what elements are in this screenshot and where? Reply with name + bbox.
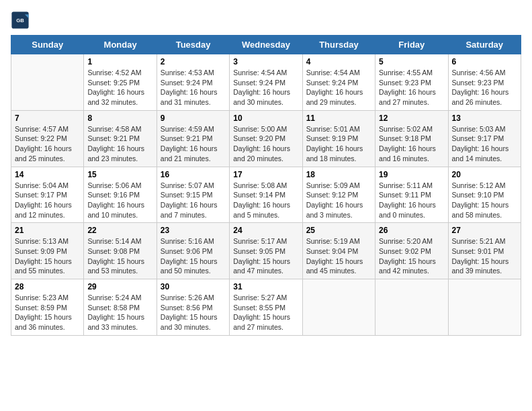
date-number: 3 (233, 57, 298, 66)
date-number: 21 (15, 226, 80, 235)
date-number: 9 (161, 113, 226, 123)
day-info: Sunrise: 5:00 AMSunset: 9:20 PMDaylight:… (233, 124, 298, 164)
date-number: 11 (306, 113, 371, 123)
calendar-week-5: 28 Sunrise: 5:23 AMSunset: 8:59 PMDaylig… (11, 279, 521, 336)
day-info: Sunrise: 4:56 AMSunset: 9:23 PMDaylight:… (452, 68, 517, 107)
date-number: 12 (379, 113, 444, 123)
date-number: 7 (15, 113, 80, 123)
column-header-wednesday: Wednesday (230, 36, 302, 54)
date-number: 17 (233, 170, 298, 179)
column-header-tuesday: Tuesday (157, 36, 229, 54)
calendar-day: 25 Sunrise: 5:19 AMSunset: 9:04 PMDaylig… (302, 223, 375, 279)
day-info: Sunrise: 4:59 AMSunset: 9:21 PMDaylight:… (161, 124, 226, 164)
day-info: Sunrise: 5:12 AMSunset: 9:10 PMDaylight:… (452, 181, 517, 220)
day-info: Sunrise: 5:24 AMSunset: 8:58 PMDaylight:… (87, 293, 152, 332)
date-number: 26 (379, 226, 444, 235)
calendar-day: 3 Sunrise: 4:54 AMSunset: 9:24 PMDayligh… (230, 54, 302, 111)
calendar-day: 19 Sunrise: 5:11 AMSunset: 9:11 PMDaylig… (375, 167, 448, 223)
calendar-table: SundayMondayTuesdayWednesdayThursdayFrid… (11, 35, 521, 336)
day-info: Sunrise: 5:13 AMSunset: 9:09 PMDaylight:… (15, 236, 80, 276)
column-header-thursday: Thursday (302, 36, 375, 54)
calendar-week-3: 14 Sunrise: 5:04 AMSunset: 9:17 PMDaylig… (11, 167, 521, 223)
day-info: Sunrise: 5:09 AMSunset: 9:12 PMDaylight:… (306, 181, 371, 220)
svg-text:GB: GB (16, 17, 24, 24)
day-info: Sunrise: 5:21 AMSunset: 9:01 PMDaylight:… (452, 236, 517, 276)
date-number: 28 (15, 282, 80, 291)
calendar-day (302, 279, 375, 336)
calendar-day: 27 Sunrise: 5:21 AMSunset: 9:01 PMDaylig… (448, 223, 521, 279)
calendar-day: 17 Sunrise: 5:08 AMSunset: 9:14 PMDaylig… (230, 167, 302, 223)
calendar-day: 6 Sunrise: 4:56 AMSunset: 9:23 PMDayligh… (448, 54, 521, 111)
calendar-day: 1 Sunrise: 4:52 AMSunset: 9:25 PMDayligh… (84, 54, 157, 111)
day-info: Sunrise: 4:58 AMSunset: 9:21 PMDaylight:… (87, 124, 152, 164)
date-number: 1 (87, 57, 152, 66)
day-info: Sunrise: 5:20 AMSunset: 9:02 PMDaylight:… (379, 236, 444, 276)
calendar-day: 31 Sunrise: 5:27 AMSunset: 8:55 PMDaylig… (230, 279, 302, 336)
date-number: 14 (15, 170, 80, 179)
date-number: 4 (306, 57, 371, 66)
date-number: 27 (452, 226, 517, 235)
calendar-day: 20 Sunrise: 5:12 AMSunset: 9:10 PMDaylig… (448, 167, 521, 223)
calendar-day: 12 Sunrise: 5:02 AMSunset: 9:18 PMDaylig… (375, 110, 448, 167)
calendar-day (11, 54, 84, 111)
day-info: Sunrise: 5:02 AMSunset: 9:18 PMDaylight:… (379, 124, 444, 164)
date-number: 15 (87, 170, 152, 179)
column-header-saturday: Saturday (448, 36, 521, 54)
day-info: Sunrise: 5:04 AMSunset: 9:17 PMDaylight:… (15, 181, 80, 220)
day-info: Sunrise: 5:03 AMSunset: 9:17 PMDaylight:… (452, 124, 517, 164)
day-info: Sunrise: 4:55 AMSunset: 9:23 PMDaylight:… (379, 68, 444, 107)
date-number: 29 (87, 282, 152, 291)
day-info: Sunrise: 4:54 AMSunset: 9:24 PMDaylight:… (233, 68, 298, 107)
calendar-day: 23 Sunrise: 5:16 AMSunset: 9:06 PMDaylig… (157, 223, 229, 279)
day-info: Sunrise: 5:14 AMSunset: 9:08 PMDaylight:… (87, 236, 152, 276)
calendar-week-1: 1 Sunrise: 4:52 AMSunset: 9:25 PMDayligh… (11, 54, 521, 111)
date-number: 20 (452, 170, 517, 179)
date-number: 13 (452, 113, 517, 123)
logo-icon: GB (11, 11, 30, 30)
calendar-day: 16 Sunrise: 5:07 AMSunset: 9:15 PMDaylig… (157, 167, 229, 223)
day-info: Sunrise: 5:01 AMSunset: 9:19 PMDaylight:… (306, 124, 371, 164)
calendar-day: 22 Sunrise: 5:14 AMSunset: 9:08 PMDaylig… (84, 223, 157, 279)
logo: GB (11, 11, 32, 30)
calendar-day: 8 Sunrise: 4:58 AMSunset: 9:21 PMDayligh… (84, 110, 157, 167)
date-number: 18 (306, 170, 371, 179)
calendar-day: 9 Sunrise: 4:59 AMSunset: 9:21 PMDayligh… (157, 110, 229, 167)
calendar-day: 18 Sunrise: 5:09 AMSunset: 9:12 PMDaylig… (302, 167, 375, 223)
calendar-body: 1 Sunrise: 4:52 AMSunset: 9:25 PMDayligh… (11, 54, 521, 336)
page-header: GB (11, 11, 521, 30)
day-info: Sunrise: 5:11 AMSunset: 9:11 PMDaylight:… (379, 181, 444, 220)
calendar-day: 30 Sunrise: 5:26 AMSunset: 8:56 PMDaylig… (157, 279, 229, 336)
day-info: Sunrise: 5:07 AMSunset: 9:15 PMDaylight:… (161, 181, 226, 220)
date-number: 19 (379, 170, 444, 179)
date-number: 16 (161, 170, 226, 179)
calendar-day (375, 279, 448, 336)
day-info: Sunrise: 5:27 AMSunset: 8:55 PMDaylight:… (233, 293, 298, 332)
date-number: 25 (306, 226, 371, 235)
date-number: 23 (161, 226, 226, 235)
date-number: 2 (161, 57, 226, 66)
calendar-day: 24 Sunrise: 5:17 AMSunset: 9:05 PMDaylig… (230, 223, 302, 279)
calendar-day: 14 Sunrise: 5:04 AMSunset: 9:17 PMDaylig… (11, 167, 84, 223)
calendar-day (448, 279, 521, 336)
calendar-header-row: SundayMondayTuesdayWednesdayThursdayFrid… (11, 36, 521, 54)
calendar-day: 4 Sunrise: 4:54 AMSunset: 9:24 PMDayligh… (302, 54, 375, 111)
day-info: Sunrise: 4:52 AMSunset: 9:25 PMDaylight:… (87, 68, 152, 107)
column-header-sunday: Sunday (11, 36, 84, 54)
day-info: Sunrise: 5:26 AMSunset: 8:56 PMDaylight:… (161, 293, 226, 332)
calendar-day: 13 Sunrise: 5:03 AMSunset: 9:17 PMDaylig… (448, 110, 521, 167)
calendar-week-4: 21 Sunrise: 5:13 AMSunset: 9:09 PMDaylig… (11, 223, 521, 279)
day-info: Sunrise: 5:08 AMSunset: 9:14 PMDaylight:… (233, 181, 298, 220)
day-info: Sunrise: 5:19 AMSunset: 9:04 PMDaylight:… (306, 236, 371, 276)
date-number: 5 (379, 57, 444, 66)
date-number: 10 (233, 113, 298, 123)
column-header-monday: Monday (84, 36, 157, 54)
date-number: 6 (452, 57, 517, 66)
calendar-day: 15 Sunrise: 5:06 AMSunset: 9:16 PMDaylig… (84, 167, 157, 223)
day-info: Sunrise: 4:53 AMSunset: 9:24 PMDaylight:… (161, 68, 226, 107)
day-info: Sunrise: 5:17 AMSunset: 9:05 PMDaylight:… (233, 236, 298, 276)
day-info: Sunrise: 4:54 AMSunset: 9:24 PMDaylight:… (306, 68, 371, 107)
calendar-day: 10 Sunrise: 5:00 AMSunset: 9:20 PMDaylig… (230, 110, 302, 167)
date-number: 30 (161, 282, 226, 291)
calendar-day: 5 Sunrise: 4:55 AMSunset: 9:23 PMDayligh… (375, 54, 448, 111)
calendar-day: 29 Sunrise: 5:24 AMSunset: 8:58 PMDaylig… (84, 279, 157, 336)
